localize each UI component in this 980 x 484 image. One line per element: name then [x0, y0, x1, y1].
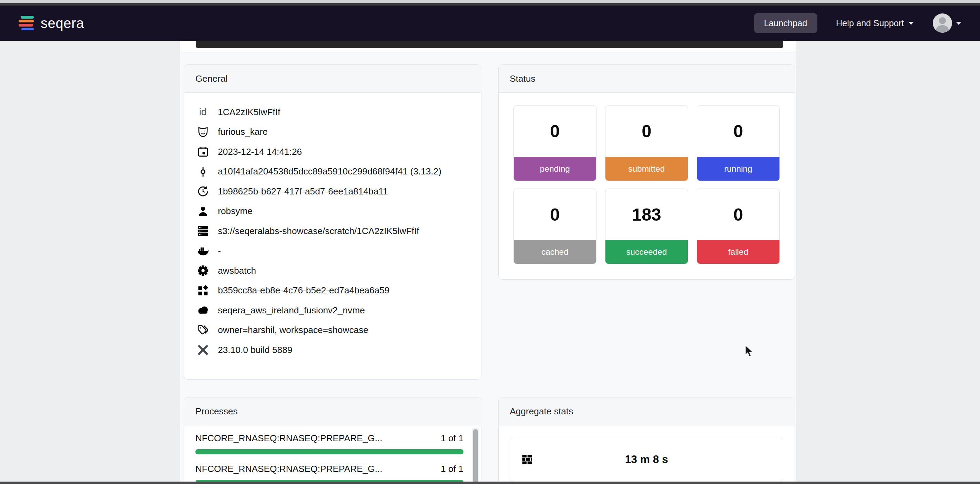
- process-progress-count: 1 of 1: [441, 433, 463, 444]
- processes-card: Processes NFCORE_RNASEQ:RNASEQ:PREPARE_G…: [184, 397, 481, 484]
- chevron-down-icon: [908, 22, 914, 25]
- general-row-container: -: [196, 241, 470, 261]
- nextflow-version-value: 23.10.0 build 5889: [218, 345, 292, 355]
- work-directory-server-icon: [196, 225, 210, 237]
- navbar-right-group: Launchpad Help and Support: [754, 13, 961, 33]
- tags-value: owner=harshil, workspace=showcase: [218, 325, 368, 336]
- container-value: -: [218, 245, 221, 256]
- cards-row-2: Processes NFCORE_RNASEQ:RNASEQ:PREPARE_G…: [180, 397, 796, 484]
- succeeded-count: 183: [605, 189, 688, 240]
- avatar: [933, 13, 952, 33]
- processes-scrollbar-thumb[interactable]: [473, 429, 478, 484]
- compute-env-id-value: b359cc8a-eb8e-4c76-b5e2-ed7a4bea6a59: [218, 285, 390, 296]
- pending-label: pending: [514, 157, 596, 181]
- process-progress-bar: [196, 449, 463, 454]
- session-history-icon: [196, 185, 210, 197]
- executor-gear-icon: [196, 264, 210, 277]
- screen-top-strip: [0, 0, 980, 3]
- general-row-executor: awsbatch: [196, 261, 470, 280]
- status-title: Status: [510, 73, 536, 84]
- run-name-mask-icon: [196, 126, 210, 138]
- status-tile-running: 0 running: [697, 105, 780, 181]
- run-name-value: furious_kare: [218, 126, 268, 137]
- brand-name: seqera: [41, 16, 84, 31]
- status-tile-failed: 0 failed: [697, 189, 780, 264]
- top-navbar: seqera Launchpad Help and Support: [0, 5, 980, 41]
- status-tile-succeeded: 183 succeeded: [605, 189, 688, 264]
- commit-value: a10f41afa204538d5dcc89a5910c299d68f94f41…: [218, 166, 441, 177]
- pending-count: 0: [514, 106, 596, 157]
- general-row-run-name: furious_kare: [196, 122, 470, 142]
- cards-row-1: General id 1CA2zIK5lwFfIf: [180, 64, 796, 379]
- cached-count: 0: [514, 189, 596, 240]
- run-id-value: 1CA2zIK5lwFfIf: [218, 107, 280, 118]
- submitted-count: 0: [605, 106, 688, 157]
- processes-card-header: Processes: [184, 398, 481, 426]
- compute-env-cloud-icon: [196, 304, 210, 317]
- cached-label: cached: [514, 240, 596, 264]
- process-item: NFCORE_RNASEQ:RNASEQ:PREPARE_G... 1 of 1: [196, 464, 463, 484]
- tags-icon: [196, 324, 210, 336]
- launch-user-value: robsyme: [218, 206, 253, 217]
- process-progress-count: 1 of 1: [441, 464, 463, 474]
- compute-env-id-shapes-icon: [196, 284, 210, 297]
- general-row-start-date: 2023-12-14 14:41:26: [196, 142, 470, 162]
- processes-title: Processes: [196, 406, 238, 417]
- user-menu[interactable]: [933, 13, 961, 33]
- walltime-stat-box: 13 m 8 s: [510, 437, 783, 482]
- id-text-label: id: [196, 107, 210, 118]
- compute-env-value: seqera_aws_ireland_fusionv2_nvme: [218, 305, 365, 316]
- calendar-icon: [196, 145, 210, 158]
- window-bottom-edge: [0, 482, 980, 484]
- start-date-value: 2023-12-14 14:41:26: [218, 146, 302, 157]
- seqera-logo[interactable]: seqera: [19, 16, 84, 31]
- walltime-value: 13 m 8 s: [510, 453, 783, 466]
- running-count: 0: [697, 106, 780, 157]
- user-icon: [196, 205, 210, 218]
- aggregate-stats-card-header: Aggregate stats: [499, 398, 795, 426]
- aggregate-stats-title: Aggregate stats: [510, 406, 573, 417]
- seqera-logo-icon: [19, 16, 35, 31]
- general-row-compute-env-id: b359cc8a-eb8e-4c76-b5e2-ed7a4bea6a59: [196, 280, 470, 300]
- general-card-header: General: [184, 65, 481, 93]
- scrolled-card-bottom: [180, 41, 796, 53]
- aggregate-stats-card-body: 13 m 8 s: [499, 425, 795, 482]
- git-commit-icon: [196, 166, 210, 178]
- failed-count: 0: [697, 189, 780, 240]
- succeeded-label: succeeded: [605, 240, 688, 264]
- general-card-body: id 1CA2zIK5lwFfIf furious_kar: [184, 93, 481, 360]
- general-row-compute-env: seqera_aws_ireland_fusionv2_nvme: [196, 300, 470, 320]
- process-name[interactable]: NFCORE_RNASEQ:RNASEQ:PREPARE_G...: [196, 433, 432, 444]
- general-row-commit: a10f41afa204538d5dcc89a5910c299d68f94f41…: [196, 162, 470, 182]
- processes-scrollbar-track[interactable]: [472, 428, 479, 484]
- help-and-support-menu[interactable]: Help and Support: [836, 18, 914, 28]
- executor-value: awsbatch: [218, 266, 256, 276]
- process-name[interactable]: NFCORE_RNASEQ:RNASEQ:PREPARE_G...: [196, 464, 432, 474]
- nextflow-version-icon: [196, 344, 210, 356]
- status-tile-submitted: 0 submitted: [605, 105, 688, 181]
- status-card-body: 0 pending 0 submitted 0 running 0 cached: [499, 93, 795, 264]
- status-card: Status 0 pending 0 submitted 0 running: [498, 64, 795, 280]
- aggregate-stats-card: Aggregate stats: [498, 397, 795, 484]
- general-title: General: [196, 73, 228, 84]
- failed-label: failed: [697, 240, 780, 264]
- chevron-down-icon: [956, 22, 961, 25]
- general-row-id: id 1CA2zIK5lwFfIf: [196, 102, 470, 122]
- command-box-bottom: [196, 41, 783, 48]
- status-tile-pending: 0 pending: [514, 105, 597, 181]
- help-and-support-label: Help and Support: [836, 18, 904, 28]
- general-row-nextflow-version: 23.10.0 build 5889: [196, 340, 470, 360]
- browser-viewport: seqera Launchpad Help and Support Genera…: [0, 0, 980, 484]
- launchpad-button[interactable]: Launchpad: [754, 13, 817, 33]
- docker-container-icon: [196, 245, 210, 257]
- general-row-user: robsyme: [196, 201, 470, 221]
- general-row-session: 1b98625b-b627-417f-a5d7-6ee1a814ba11: [196, 182, 470, 201]
- window-top-edge: [0, 3, 980, 5]
- general-row-tags: owner=harshil, workspace=showcase: [196, 320, 470, 340]
- process-item: NFCORE_RNASEQ:RNASEQ:PREPARE_G... 1 of 1: [196, 433, 463, 454]
- work-directory-value: s3://seqeralabs-showcase/scratch/1CA2zIK…: [218, 226, 419, 237]
- running-label: running: [697, 157, 780, 181]
- session-id-value: 1b98625b-b627-417f-a5d7-6ee1a814ba11: [218, 186, 388, 197]
- general-row-workdir: s3://seqeralabs-showcase/scratch/1CA2zIK…: [196, 221, 470, 241]
- submitted-label: submitted: [605, 157, 688, 181]
